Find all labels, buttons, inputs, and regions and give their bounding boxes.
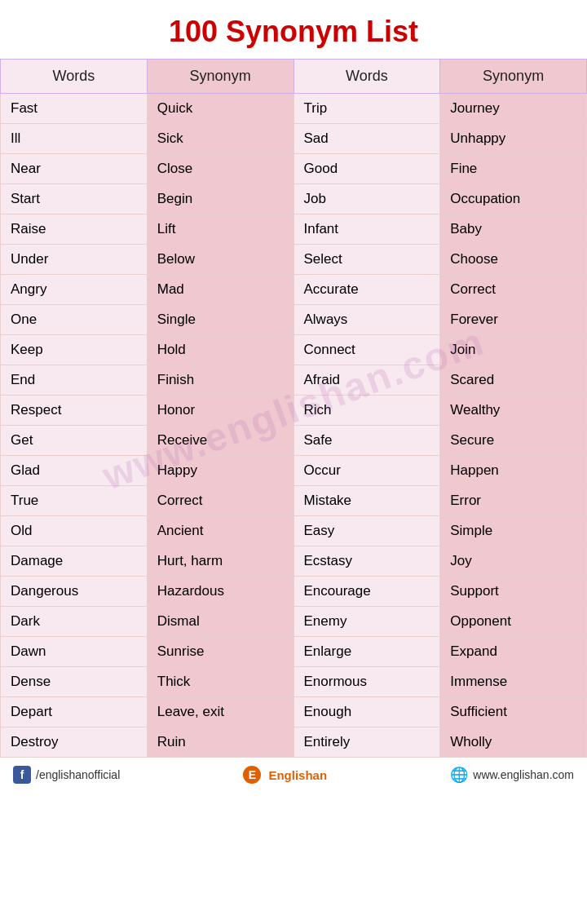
- synonym-cell: Sunrise: [147, 637, 294, 667]
- synonym-cell2: Opponent: [440, 607, 587, 637]
- table-row: IllSickSadUnhappy: [1, 124, 587, 154]
- table-row: KeepHoldConnectJoin: [1, 335, 587, 365]
- synonym-cell2: Occupation: [440, 184, 587, 214]
- table-row: StartBeginJobOccupation: [1, 184, 587, 214]
- table-row: TrueCorrectMistakeError: [1, 486, 587, 516]
- word-cell2: Sad: [294, 124, 440, 154]
- page-container: 100 Synonym List www.englishan.com Words…: [0, 0, 587, 797]
- synonym-cell2: Support: [440, 577, 587, 607]
- synonym-cell: Leave, exit: [147, 697, 294, 727]
- header-col4: Synonym: [440, 60, 587, 94]
- page-title: 100 Synonym List: [0, 0, 587, 59]
- table-row: FastQuickTripJourney: [1, 94, 587, 124]
- word-cell: Start: [1, 184, 148, 214]
- synonym-cell2: Scared: [440, 365, 587, 396]
- word-cell2: Mistake: [294, 486, 440, 516]
- synonym-cell: Close: [147, 154, 294, 184]
- synonym-cell2: Join: [440, 335, 587, 365]
- table-row: RespectHonorRichWealthy: [1, 396, 587, 426]
- table-row: EndFinishAfraidScared: [1, 365, 587, 396]
- word-cell2: Enough: [294, 697, 440, 727]
- footer-brand: E Englishan: [243, 766, 327, 784]
- synonym-cell: Happy: [147, 456, 294, 486]
- word-cell: One: [1, 305, 148, 335]
- synonym-cell: Finish: [147, 365, 294, 396]
- word-cell2: Trip: [294, 94, 440, 124]
- synonym-cell: Dismal: [147, 607, 294, 637]
- table-row: DamageHurt, harmEcstasyJoy: [1, 546, 587, 577]
- word-cell: Dawn: [1, 637, 148, 667]
- synonym-cell2: Journey: [440, 94, 587, 124]
- synonym-cell: Below: [147, 245, 294, 275]
- synonym-cell: Correct: [147, 486, 294, 516]
- table-row: DangerousHazardousEncourageSupport: [1, 577, 587, 607]
- footer-website: 🌐 www.englishan.com: [450, 766, 574, 784]
- table-row: DenseThickEnormousImmense: [1, 667, 587, 697]
- table-row: UnderBelowSelectChoose: [1, 245, 587, 275]
- word-cell: Keep: [1, 335, 148, 365]
- word-cell2: Select: [294, 245, 440, 275]
- synonym-cell2: Baby: [440, 214, 587, 245]
- synonym-table: Words Synonym Words Synonym FastQuickTri…: [0, 59, 587, 758]
- word-cell: True: [1, 486, 148, 516]
- footer: f /englishanofficial E Englishan 🌐 www.e…: [0, 758, 587, 789]
- synonym-cell: Receive: [147, 426, 294, 456]
- word-cell: End: [1, 365, 148, 396]
- word-cell2: Rich: [294, 396, 440, 426]
- word-cell2: Enlarge: [294, 637, 440, 667]
- word-cell2: Enemy: [294, 607, 440, 637]
- word-cell2: Good: [294, 154, 440, 184]
- synonym-cell2: Correct: [440, 275, 587, 305]
- synonym-cell: Ruin: [147, 727, 294, 758]
- word-cell: Destroy: [1, 727, 148, 758]
- table-row: DawnSunriseEnlargeExpand: [1, 637, 587, 667]
- word-cell2: Always: [294, 305, 440, 335]
- footer-facebook: f /englishanofficial: [13, 766, 120, 784]
- word-cell: Raise: [1, 214, 148, 245]
- header-col3: Words: [294, 60, 440, 94]
- table-row: OldAncientEasySimple: [1, 516, 587, 546]
- globe-icon: 🌐: [450, 766, 468, 784]
- synonym-cell2: Wealthy: [440, 396, 587, 426]
- synonym-cell: Single: [147, 305, 294, 335]
- table-wrapper: www.englishan.com Words Synonym Words Sy…: [0, 59, 587, 758]
- synonym-cell: Quick: [147, 94, 294, 124]
- synonym-cell: Ancient: [147, 516, 294, 546]
- word-cell2: Afraid: [294, 365, 440, 396]
- word-cell2: Enormous: [294, 667, 440, 697]
- synonym-cell2: Choose: [440, 245, 587, 275]
- word-cell: Angry: [1, 275, 148, 305]
- synonym-cell2: Joy: [440, 546, 587, 577]
- table-row: GetReceiveSafeSecure: [1, 426, 587, 456]
- brand-name: Englishan: [268, 768, 327, 782]
- synonym-cell2: Wholly: [440, 727, 587, 758]
- synonym-cell2: Expand: [440, 637, 587, 667]
- brand-icon: E: [243, 766, 261, 784]
- word-cell2: Ecstasy: [294, 546, 440, 577]
- synonym-cell2: Sufficient: [440, 697, 587, 727]
- table-row: DepartLeave, exitEnoughSufficient: [1, 697, 587, 727]
- word-cell2: Encourage: [294, 577, 440, 607]
- synonym-cell2: Fine: [440, 154, 587, 184]
- facebook-handle: /englishanofficial: [36, 768, 120, 781]
- header-col1: Words: [1, 60, 148, 94]
- facebook-icon: f: [13, 766, 31, 784]
- synonym-cell: Hold: [147, 335, 294, 365]
- synonym-cell: Thick: [147, 667, 294, 697]
- synonym-cell: Lift: [147, 214, 294, 245]
- word-cell: Under: [1, 245, 148, 275]
- website-url: www.englishan.com: [473, 768, 574, 781]
- word-cell2: Connect: [294, 335, 440, 365]
- synonym-cell: Begin: [147, 184, 294, 214]
- word-cell2: Infant: [294, 214, 440, 245]
- word-cell: Dark: [1, 607, 148, 637]
- word-cell: Ill: [1, 124, 148, 154]
- table-header-row: Words Synonym Words Synonym: [1, 60, 587, 94]
- synonym-cell: Hazardous: [147, 577, 294, 607]
- synonym-cell: Hurt, harm: [147, 546, 294, 577]
- word-cell: Old: [1, 516, 148, 546]
- word-cell: Near: [1, 154, 148, 184]
- word-cell: Fast: [1, 94, 148, 124]
- synonym-cell2: Simple: [440, 516, 587, 546]
- synonym-cell: Sick: [147, 124, 294, 154]
